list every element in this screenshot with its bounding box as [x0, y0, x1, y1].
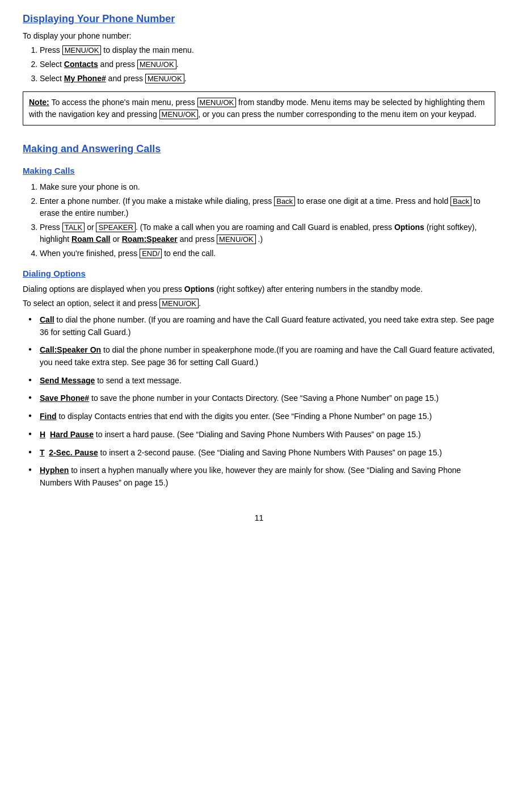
2sec-pause-t-icon: T: [40, 448, 45, 457]
roam-call-label: Roam Call: [71, 235, 110, 244]
roam-speaker-label: Roam:Speaker: [122, 235, 178, 244]
displaying-intro: To display your phone number:: [23, 30, 495, 42]
making-step-4: When you're finished, press END/ to end …: [40, 248, 495, 259]
bullet-hard-pause: H Hard Pause to insert a hard pause. (Se…: [28, 429, 495, 441]
note-text: To access the phone's main menu, press M…: [29, 98, 485, 119]
displaying-step-3: Select My Phone# and press MENU/OK.: [40, 73, 495, 85]
end-key: END/: [140, 249, 162, 258]
bullet-send-message: Send Message to send a text message.: [28, 375, 495, 387]
menu-ok-step3: MENU/OK: [217, 235, 256, 244]
making-calls-section: Making Calls Make sure your phone is on.…: [23, 165, 495, 259]
dialing-intro-2: To select an option, select it and press…: [23, 298, 495, 309]
save-phone-option: Save Phone#: [40, 394, 89, 403]
dialing-options-section: Dialing Options Dialing options are disp…: [23, 267, 495, 489]
send-message-option: Send Message: [40, 376, 95, 385]
speaker-key: SPEAKER: [96, 223, 135, 232]
back-key-2: Back: [450, 196, 471, 206]
bullet-2sec-pause: T 2-Sec. Pause to insert a 2-second paus…: [28, 447, 495, 459]
making-step-1: Make sure your phone is on.: [40, 181, 495, 193]
making-calls-steps: Make sure your phone is on. Enter a phon…: [40, 181, 495, 259]
menu-ok-note-key-2: MENU/OK: [159, 110, 199, 119]
find-option: Find: [40, 412, 57, 421]
displaying-step-1: Press MENU/OK to display the main menu.: [40, 44, 495, 56]
call-speaker-on-option: Call:Speaker On: [40, 345, 101, 354]
hard-pause-option: Hard Pause: [50, 430, 94, 439]
displaying-title: Displaying Your Phone Number: [23, 11, 495, 27]
bullet-find: Find to display Contacts entries that en…: [28, 411, 495, 423]
note-box: Note: To access the phone's main menu, p…: [23, 91, 495, 125]
menu-ok-key-1: MENU/OK: [62, 45, 102, 55]
bullet-save-phone: Save Phone# to save the phone number in …: [28, 392, 495, 405]
2sec-pause-option: 2-Sec. Pause: [49, 448, 98, 457]
dialing-intro-1: Dialing options are displayed when you p…: [23, 283, 495, 295]
menu-ok-dialing: MENU/OK: [159, 299, 199, 308]
my-phone-label: My Phone#: [64, 74, 106, 83]
bullet-call-speaker-on: Call:Speaker On to dial the phone number…: [28, 344, 495, 369]
making-step-3: Press TALK or SPEAKER. (To make a call w…: [40, 221, 495, 245]
making-calls-subtitle: Making Calls: [23, 165, 495, 178]
bullet-hyphen: Hyphen to insert a hyphen manually where…: [28, 464, 495, 489]
back-key-1: Back: [274, 196, 295, 206]
contacts-label: Contacts: [64, 60, 98, 69]
dialing-options-subtitle: Dialing Options: [23, 267, 495, 281]
call-option: Call: [40, 315, 54, 324]
dialing-options-list: Call to dial the phone number. (If you a…: [28, 314, 495, 489]
talk-key: TALK: [62, 223, 85, 232]
hard-pause-h-icon: H: [40, 430, 45, 439]
options-label-2: Options: [184, 284, 214, 294]
hyphen-option: Hyphen: [40, 466, 69, 475]
note-label: Note:: [29, 98, 49, 107]
making-step-2: Enter a phone number. (If you make a mis…: [40, 195, 495, 219]
options-label-1: Options: [394, 223, 424, 232]
bullet-call: Call to dial the phone number. (If you a…: [28, 314, 495, 338]
menu-ok-key-2: MENU/OK: [137, 60, 176, 69]
making-answering-title: Making and Answering Calls: [23, 141, 495, 157]
menu-ok-key-3: MENU/OK: [145, 74, 184, 83]
displaying-section: Displaying Your Phone Number To display …: [23, 11, 495, 125]
menu-ok-note-key: MENU/OK: [197, 98, 237, 107]
displaying-steps-list: Press MENU/OK to display the main menu. …: [40, 44, 495, 85]
making-answering-section: Making and Answering Calls Making Calls …: [23, 141, 495, 489]
page-number: 11: [23, 512, 495, 524]
displaying-step-2: Select Contacts and press MENU/OK.: [40, 58, 495, 70]
